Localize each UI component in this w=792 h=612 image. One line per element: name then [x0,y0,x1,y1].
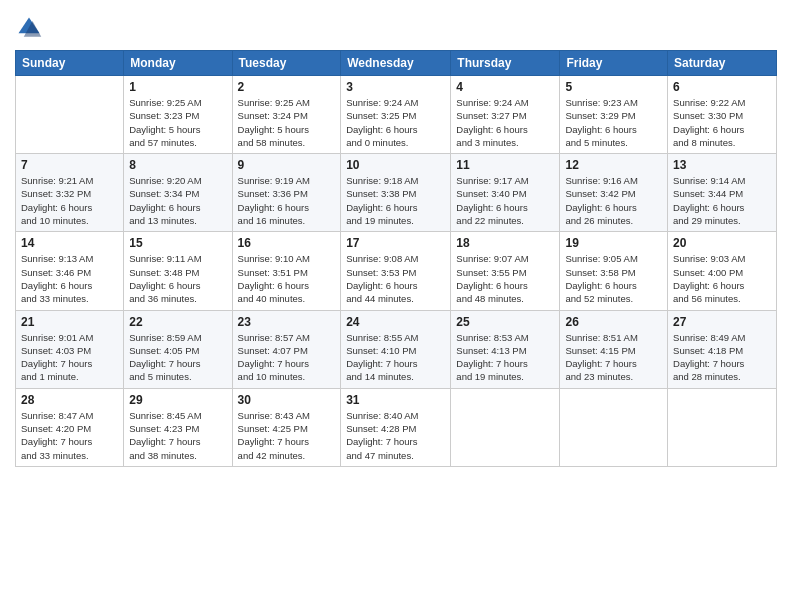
calendar-cell: 27Sunrise: 8:49 AM Sunset: 4:18 PM Dayli… [668,310,777,388]
day-info: Sunrise: 9:03 AM Sunset: 4:00 PM Dayligh… [673,252,771,305]
calendar-table: SundayMondayTuesdayWednesdayThursdayFrid… [15,50,777,467]
calendar-week-row: 28Sunrise: 8:47 AM Sunset: 4:20 PM Dayli… [16,388,777,466]
day-info: Sunrise: 9:14 AM Sunset: 3:44 PM Dayligh… [673,174,771,227]
calendar-cell [560,388,668,466]
day-info: Sunrise: 9:07 AM Sunset: 3:55 PM Dayligh… [456,252,554,305]
day-info: Sunrise: 8:40 AM Sunset: 4:28 PM Dayligh… [346,409,445,462]
weekday-header-sunday: Sunday [16,51,124,76]
day-number: 12 [565,158,662,172]
day-info: Sunrise: 9:23 AM Sunset: 3:29 PM Dayligh… [565,96,662,149]
day-info: Sunrise: 9:24 AM Sunset: 3:27 PM Dayligh… [456,96,554,149]
day-number: 18 [456,236,554,250]
weekday-header-friday: Friday [560,51,668,76]
page: SundayMondayTuesdayWednesdayThursdayFrid… [0,0,792,612]
day-number: 8 [129,158,226,172]
day-number: 17 [346,236,445,250]
calendar-week-row: 21Sunrise: 9:01 AM Sunset: 4:03 PM Dayli… [16,310,777,388]
day-number: 1 [129,80,226,94]
calendar-week-row: 7Sunrise: 9:21 AM Sunset: 3:32 PM Daylig… [16,154,777,232]
calendar-cell: 2Sunrise: 9:25 AM Sunset: 3:24 PM Daylig… [232,76,341,154]
calendar-cell: 7Sunrise: 9:21 AM Sunset: 3:32 PM Daylig… [16,154,124,232]
day-number: 20 [673,236,771,250]
calendar-cell [16,76,124,154]
day-number: 28 [21,393,118,407]
calendar-cell: 17Sunrise: 9:08 AM Sunset: 3:53 PM Dayli… [341,232,451,310]
calendar-cell: 9Sunrise: 9:19 AM Sunset: 3:36 PM Daylig… [232,154,341,232]
calendar-cell: 3Sunrise: 9:24 AM Sunset: 3:25 PM Daylig… [341,76,451,154]
day-number: 9 [238,158,336,172]
day-info: Sunrise: 9:22 AM Sunset: 3:30 PM Dayligh… [673,96,771,149]
day-number: 14 [21,236,118,250]
day-number: 31 [346,393,445,407]
day-info: Sunrise: 9:01 AM Sunset: 4:03 PM Dayligh… [21,331,118,384]
calendar-cell: 15Sunrise: 9:11 AM Sunset: 3:48 PM Dayli… [124,232,232,310]
calendar-cell: 28Sunrise: 8:47 AM Sunset: 4:20 PM Dayli… [16,388,124,466]
day-number: 15 [129,236,226,250]
calendar-cell: 30Sunrise: 8:43 AM Sunset: 4:25 PM Dayli… [232,388,341,466]
weekday-header-saturday: Saturday [668,51,777,76]
calendar-cell: 5Sunrise: 9:23 AM Sunset: 3:29 PM Daylig… [560,76,668,154]
day-info: Sunrise: 9:24 AM Sunset: 3:25 PM Dayligh… [346,96,445,149]
calendar-cell: 19Sunrise: 9:05 AM Sunset: 3:58 PM Dayli… [560,232,668,310]
day-number: 5 [565,80,662,94]
day-info: Sunrise: 9:25 AM Sunset: 3:24 PM Dayligh… [238,96,336,149]
day-number: 11 [456,158,554,172]
day-info: Sunrise: 9:05 AM Sunset: 3:58 PM Dayligh… [565,252,662,305]
day-info: Sunrise: 9:19 AM Sunset: 3:36 PM Dayligh… [238,174,336,227]
calendar-cell: 8Sunrise: 9:20 AM Sunset: 3:34 PM Daylig… [124,154,232,232]
logo [15,14,47,42]
day-info: Sunrise: 9:08 AM Sunset: 3:53 PM Dayligh… [346,252,445,305]
day-number: 3 [346,80,445,94]
day-info: Sunrise: 9:21 AM Sunset: 3:32 PM Dayligh… [21,174,118,227]
calendar-header-row: SundayMondayTuesdayWednesdayThursdayFrid… [16,51,777,76]
day-number: 25 [456,315,554,329]
calendar-cell: 25Sunrise: 8:53 AM Sunset: 4:13 PM Dayli… [451,310,560,388]
calendar-cell: 4Sunrise: 9:24 AM Sunset: 3:27 PM Daylig… [451,76,560,154]
day-number: 16 [238,236,336,250]
calendar-cell [668,388,777,466]
calendar-cell: 24Sunrise: 8:55 AM Sunset: 4:10 PM Dayli… [341,310,451,388]
calendar-week-row: 14Sunrise: 9:13 AM Sunset: 3:46 PM Dayli… [16,232,777,310]
calendar-cell: 31Sunrise: 8:40 AM Sunset: 4:28 PM Dayli… [341,388,451,466]
calendar-week-row: 1Sunrise: 9:25 AM Sunset: 3:23 PM Daylig… [16,76,777,154]
weekday-header-monday: Monday [124,51,232,76]
day-number: 23 [238,315,336,329]
day-info: Sunrise: 9:20 AM Sunset: 3:34 PM Dayligh… [129,174,226,227]
day-number: 24 [346,315,445,329]
day-number: 29 [129,393,226,407]
day-info: Sunrise: 9:10 AM Sunset: 3:51 PM Dayligh… [238,252,336,305]
day-number: 13 [673,158,771,172]
day-info: Sunrise: 9:18 AM Sunset: 3:38 PM Dayligh… [346,174,445,227]
day-number: 10 [346,158,445,172]
day-number: 7 [21,158,118,172]
day-number: 6 [673,80,771,94]
weekday-header-tuesday: Tuesday [232,51,341,76]
weekday-header-wednesday: Wednesday [341,51,451,76]
calendar-cell [451,388,560,466]
calendar-cell: 11Sunrise: 9:17 AM Sunset: 3:40 PM Dayli… [451,154,560,232]
day-number: 26 [565,315,662,329]
calendar-cell: 23Sunrise: 8:57 AM Sunset: 4:07 PM Dayli… [232,310,341,388]
day-info: Sunrise: 8:57 AM Sunset: 4:07 PM Dayligh… [238,331,336,384]
calendar-cell: 1Sunrise: 9:25 AM Sunset: 3:23 PM Daylig… [124,76,232,154]
logo-icon [15,14,43,42]
calendar-cell: 16Sunrise: 9:10 AM Sunset: 3:51 PM Dayli… [232,232,341,310]
day-info: Sunrise: 8:55 AM Sunset: 4:10 PM Dayligh… [346,331,445,384]
calendar-cell: 12Sunrise: 9:16 AM Sunset: 3:42 PM Dayli… [560,154,668,232]
calendar-cell: 18Sunrise: 9:07 AM Sunset: 3:55 PM Dayli… [451,232,560,310]
day-info: Sunrise: 9:11 AM Sunset: 3:48 PM Dayligh… [129,252,226,305]
day-info: Sunrise: 8:45 AM Sunset: 4:23 PM Dayligh… [129,409,226,462]
calendar-cell: 6Sunrise: 9:22 AM Sunset: 3:30 PM Daylig… [668,76,777,154]
day-number: 30 [238,393,336,407]
calendar-cell: 20Sunrise: 9:03 AM Sunset: 4:00 PM Dayli… [668,232,777,310]
day-number: 2 [238,80,336,94]
header [15,10,777,42]
day-info: Sunrise: 8:43 AM Sunset: 4:25 PM Dayligh… [238,409,336,462]
day-info: Sunrise: 8:49 AM Sunset: 4:18 PM Dayligh… [673,331,771,384]
day-info: Sunrise: 8:51 AM Sunset: 4:15 PM Dayligh… [565,331,662,384]
day-number: 21 [21,315,118,329]
day-number: 4 [456,80,554,94]
calendar-cell: 13Sunrise: 9:14 AM Sunset: 3:44 PM Dayli… [668,154,777,232]
weekday-header-thursday: Thursday [451,51,560,76]
day-info: Sunrise: 8:53 AM Sunset: 4:13 PM Dayligh… [456,331,554,384]
